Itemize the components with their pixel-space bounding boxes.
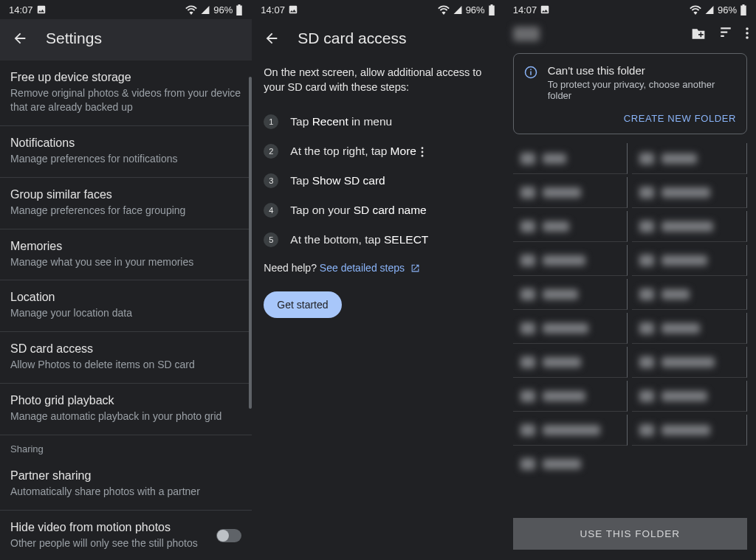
sort-icon[interactable] <box>719 27 732 38</box>
status-bar: 14:07 96% <box>504 0 756 19</box>
toggle-hide-video[interactable] <box>216 529 241 542</box>
folder-item[interactable] <box>513 381 628 412</box>
folder-name-blurred <box>662 391 707 401</box>
folder-item[interactable] <box>513 415 628 446</box>
folder-icon <box>520 424 535 436</box>
step-3: 3 Tap Show SD card <box>264 166 492 196</box>
status-bar: 14:07 96% <box>0 0 252 19</box>
folder-icon <box>639 356 654 368</box>
folder-name-blurred <box>662 187 710 198</box>
folder-icon <box>639 424 654 436</box>
svg-point-5 <box>746 36 749 39</box>
app-bar: SD card access <box>252 19 504 61</box>
svg-rect-8 <box>530 69 532 71</box>
step-5: 5 At the bottom, tap SELECT <box>264 225 492 255</box>
folder-item[interactable] <box>632 279 747 310</box>
more-vert-icon <box>421 147 424 157</box>
folder-item[interactable] <box>513 279 628 310</box>
setting-group-similar-faces[interactable]: Group similar faces Manage preferences f… <box>0 178 252 229</box>
callout-subtitle: To protect your privacy, choose another … <box>548 79 736 101</box>
folder-name-blurred <box>662 153 697 164</box>
setting-location[interactable]: Location Manage your location data <box>0 280 252 332</box>
folder-icon <box>520 322 535 334</box>
folder-icon <box>520 187 535 198</box>
folder-name-blurred <box>662 357 715 367</box>
folder-item[interactable] <box>513 313 628 344</box>
use-this-folder-button[interactable]: USE THIS FOLDER <box>513 518 747 550</box>
setting-photo-grid-playback[interactable]: Photo grid playback Manage automatic pla… <box>0 384 252 435</box>
folder-name-blurred <box>543 255 585 266</box>
folder-item[interactable] <box>513 347 628 378</box>
file-picker-screen: 14:07 96% Can't use this folder To prote… <box>504 0 756 560</box>
folder-item[interactable] <box>632 313 747 344</box>
folder-name-blurred <box>543 357 581 367</box>
wifi-icon <box>185 5 197 15</box>
folder-icon <box>639 187 654 198</box>
folder-item[interactable] <box>632 415 747 446</box>
folder-item[interactable] <box>513 177 628 208</box>
back-arrow-icon[interactable] <box>264 30 280 46</box>
step-4: 4 Tap on your SD card name <box>264 196 492 225</box>
folder-name-blurred <box>543 153 566 164</box>
setting-sd-card-access[interactable]: SD card access Allow Photos to delete it… <box>0 332 252 384</box>
status-time: 14:07 <box>261 4 285 15</box>
section-header-sharing: Sharing <box>0 435 252 459</box>
wifi-icon <box>438 5 450 15</box>
more-vert-icon[interactable] <box>746 27 749 39</box>
folder-name-blurred <box>543 187 581 198</box>
image-icon <box>36 4 47 15</box>
folder-icon <box>520 255 535 266</box>
create-new-folder-button[interactable]: CREATE NEW FOLDER <box>624 113 736 124</box>
settings-screen: 14:07 96% Settings Free up device storag… <box>0 0 252 560</box>
new-folder-icon[interactable] <box>691 27 706 41</box>
folder-item[interactable] <box>632 381 747 412</box>
svg-point-0 <box>422 147 424 149</box>
svg-point-4 <box>746 32 749 35</box>
setting-hide-video[interactable]: Hide video from motion photos Other peop… <box>0 511 252 560</box>
folder-name-blurred <box>662 323 700 333</box>
folder-name-blurred <box>543 391 585 401</box>
folder-icon <box>520 288 535 300</box>
step-2: 2 At the top right, tap More <box>264 136 492 166</box>
folder-item[interactable] <box>632 177 747 208</box>
app-bar <box>504 19 756 49</box>
battery-icon <box>236 4 243 15</box>
folder-item[interactable] <box>632 347 747 378</box>
folder-icon <box>520 356 535 368</box>
folder-item[interactable] <box>632 211 747 242</box>
battery-pct: 96% <box>718 4 737 15</box>
folder-icon <box>520 221 535 232</box>
svg-point-1 <box>422 151 424 153</box>
settings-list: Free up device storage Remove original p… <box>0 61 252 560</box>
folder-icon <box>639 322 654 334</box>
folder-title-blurred <box>513 27 540 41</box>
app-bar: Settings <box>0 19 252 61</box>
setting-free-up-storage[interactable]: Free up device storage Remove original p… <box>0 61 252 126</box>
battery-pct: 96% <box>466 4 485 15</box>
steps-list: 1 Tap Recent in menu 2 At the top right,… <box>252 104 504 257</box>
setting-memories[interactable]: Memories Manage what you see in your mem… <box>0 229 252 281</box>
intro-text: On the next screen, allow additional acc… <box>252 61 504 104</box>
svg-point-3 <box>746 27 749 30</box>
back-arrow-icon[interactable] <box>12 30 28 46</box>
page-title: SD card access <box>298 30 406 47</box>
setting-partner-sharing[interactable]: Partner sharing Automatically share phot… <box>0 459 252 511</box>
folder-item[interactable] <box>513 449 628 480</box>
folder-name-blurred <box>543 459 581 469</box>
folder-item[interactable] <box>513 143 628 174</box>
image-icon <box>288 4 298 15</box>
info-callout: Can't use this folder To protect your pr… <box>513 53 747 134</box>
step-1: 1 Tap Recent in menu <box>264 107 492 136</box>
setting-notifications[interactable]: Notifications Manage preferences for not… <box>0 126 252 178</box>
battery-pct: 96% <box>213 4 233 15</box>
get-started-button[interactable]: Get started <box>264 291 341 318</box>
folder-item[interactable] <box>632 245 747 276</box>
folder-item[interactable] <box>513 211 628 242</box>
folder-icon <box>639 390 654 402</box>
help-link[interactable]: See detailed steps <box>320 262 405 274</box>
folder-icon <box>520 458 535 470</box>
folder-item[interactable] <box>632 143 747 174</box>
folder-item[interactable] <box>513 245 628 276</box>
folder-name-blurred <box>662 255 707 266</box>
folder-name-blurred <box>543 289 578 300</box>
